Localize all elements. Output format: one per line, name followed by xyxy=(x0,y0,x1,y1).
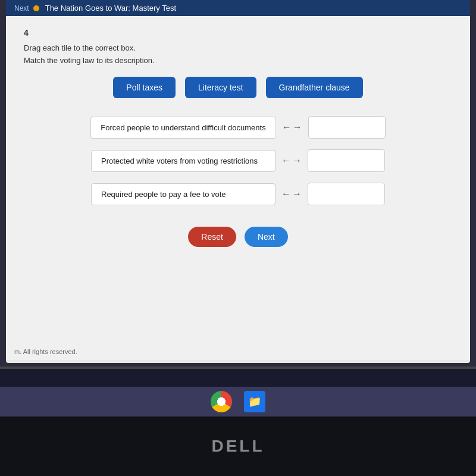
next-nav-label[interactable]: Next xyxy=(14,4,29,12)
footer-text: m. All rights reserved. xyxy=(14,348,77,355)
monitor-bottom: DELL xyxy=(0,416,476,476)
right-arrow-icon-2: → xyxy=(292,155,302,166)
arrow-area-1: ← → xyxy=(282,122,302,133)
left-arrow-icon-3: ← xyxy=(281,189,291,199)
left-arrow-icon-2: ← xyxy=(281,155,291,166)
taskbar: 📁 xyxy=(0,387,476,416)
answer-box-1[interactable] xyxy=(308,116,386,139)
arrow-area-3: ← → xyxy=(281,189,302,199)
right-arrow-icon-1: → xyxy=(293,122,302,133)
tile-poll-taxes[interactable]: Poll taxes xyxy=(113,77,176,98)
tile-literacy-test[interactable]: Literacy test xyxy=(185,77,256,98)
buttons-row: Reset Next xyxy=(24,227,452,247)
title-bar: Next The Nation Goes to War: Mastery Tes… xyxy=(6,0,470,16)
question-number: 4 xyxy=(24,28,452,37)
match-area: Forced people to understand difficult do… xyxy=(24,116,452,205)
browser-window: Next The Nation Goes to War: Mastery Tes… xyxy=(6,0,470,363)
reset-button[interactable]: Reset xyxy=(188,227,236,247)
left-arrow-icon-1: ← xyxy=(282,122,292,133)
chrome-icon[interactable] xyxy=(211,391,232,412)
tile-grandfather-clause[interactable]: Grandfather clause xyxy=(266,77,363,98)
page-title: The Nation Goes to War: Mastery Test xyxy=(45,4,176,12)
instruction-main: Drag each tile to the correct box. xyxy=(24,43,452,52)
content-area: 4 Drag each tile to the correct box. Mat… xyxy=(6,16,470,360)
dell-logo: DELL xyxy=(211,437,264,456)
description-box-2: Protected white voters from voting restr… xyxy=(91,150,275,172)
arrow-area-2: ← → xyxy=(281,155,302,166)
next-button[interactable]: Next xyxy=(245,227,288,247)
monitor-screen: Next The Nation Goes to War: Mastery Tes… xyxy=(0,0,476,369)
files-icon[interactable]: 📁 xyxy=(244,391,265,412)
description-box-1: Forced people to understand difficult do… xyxy=(90,117,275,139)
answer-box-3[interactable] xyxy=(308,183,385,205)
description-box-3: Required people to pay a fee to vote xyxy=(91,183,275,205)
right-arrow-icon-3: → xyxy=(292,189,302,199)
match-row-2: Protected white voters from voting restr… xyxy=(91,149,385,172)
nav-dot-icon xyxy=(33,5,39,11)
match-row-3: Required people to pay a fee to vote ← → xyxy=(91,183,385,205)
match-row-1: Forced people to understand difficult do… xyxy=(90,116,385,139)
instruction-sub: Match the voting law to its description. xyxy=(24,56,452,65)
nav-next-container[interactable]: Next xyxy=(14,4,39,12)
tiles-row: Poll taxes Literacy test Grandfather cla… xyxy=(24,77,452,98)
answer-box-2[interactable] xyxy=(308,149,385,172)
